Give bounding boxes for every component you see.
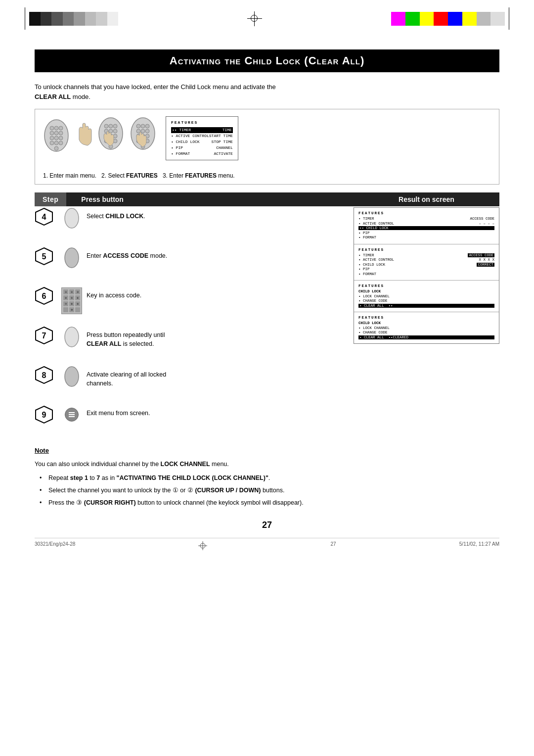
steps-right-col: FEATURES • TIMERACCESS CODE • ACTIVE CON… (354, 207, 499, 344)
steps-body: 4 Select CHILD LOCK. (35, 207, 499, 435)
step-8-desc: Activate clearing of all lockedchannels. (87, 366, 349, 388)
left-vert-line (25, 7, 25, 30)
step-5-button (57, 247, 87, 269)
svg-point-34 (145, 129, 149, 133)
result-7: FEATURES CHILD LOCK • LOCK CHANNEL • CHA… (354, 281, 499, 312)
svg-point-44 (65, 208, 79, 228)
center-crosshair (247, 11, 262, 26)
svg-point-9 (59, 136, 63, 140)
remote-3 (130, 116, 157, 153)
svg-point-17 (113, 124, 117, 128)
note-bullet-1: • Repeat step 1 to 7 as in "ACTIVATING T… (40, 473, 499, 483)
intro-text: To unlock channels that you have locked,… (35, 82, 499, 101)
svg-point-7 (50, 136, 54, 140)
hand-icon-1 (75, 122, 92, 149)
step-9-number: 9 (35, 405, 57, 426)
svg-point-5 (54, 131, 58, 135)
step-5-row: 5 Enter ACCESS CODE mode. (35, 247, 349, 277)
svg-point-13 (54, 146, 58, 150)
result-label: Result on screen (354, 192, 499, 206)
step-7-desc: Press button repeatedly untilCLEAR ALL i… (87, 326, 349, 348)
svg-point-20 (113, 129, 117, 133)
steps-intro-box: FEATURES •• TIMERTIME • ACTIVE CONTROLST… (35, 109, 499, 185)
svg-point-3 (59, 126, 63, 130)
svg-point-30 (141, 124, 145, 128)
remote-2 (97, 116, 125, 153)
note-bullet-3: • Press the ③ (CURSOR RIGHT) button to u… (40, 498, 499, 508)
step-6-number: 6 (35, 286, 57, 307)
svg-point-52 (65, 327, 79, 347)
menu-preview-item-1: •• TIMERTIME (171, 127, 233, 133)
step-label: Step (35, 192, 66, 206)
step-9-desc: Exit menu from screen. (87, 405, 349, 418)
step-9-row: 9 Exit menu (35, 405, 349, 430)
color-bar-right (391, 12, 505, 26)
page-title: Activating the Child Lock (Clear All) (35, 49, 499, 72)
step-6-desc: Key in access code. (87, 286, 349, 300)
svg-text:8: 8 (42, 371, 46, 379)
step-7-button (57, 326, 87, 348)
step-8-button (57, 366, 87, 388)
step-5-number: 5 (35, 247, 57, 268)
press-label: Press button (66, 192, 354, 206)
steps-left-col: 4 Select CHILD LOCK. (35, 207, 354, 435)
step-4-desc: Select CHILD LOCK. (87, 207, 349, 221)
footer: 30321/Eng/p24-28 27 5/11/02, 11:27 AM (35, 538, 499, 550)
svg-point-11 (54, 141, 58, 145)
footer-crosshair (198, 541, 207, 550)
svg-point-47 (65, 248, 79, 268)
menu-preview-initial: FEATURES •• TIMERTIME • ACTIVE CONTROLST… (166, 116, 238, 160)
result-4: FEATURES • TIMERACCESS CODE • ACTIVE CON… (354, 208, 499, 244)
note-bullet-list: • Repeat step 1 to 7 as in "ACTIVATING T… (35, 473, 499, 508)
svg-point-29 (136, 124, 140, 128)
menu-preview-item-2: • ACTIVE CONTROLSTART TIME (171, 133, 233, 139)
note-title: Note (35, 446, 499, 456)
remote-1 (43, 118, 70, 153)
footer-center: 27 (331, 541, 336, 550)
note-section: Note You can also unlock individual chan… (35, 446, 499, 508)
step-4-row: 4 Select CHILD LOCK. (35, 207, 349, 237)
note-text-1: You can also unlock individual channel b… (35, 459, 499, 469)
svg-text:7: 7 (42, 331, 46, 340)
footer-right: 5/11/02, 11:27 AM (459, 541, 499, 550)
svg-point-2 (54, 126, 58, 130)
step-7-number: 7 (35, 326, 57, 347)
svg-point-31 (145, 124, 149, 128)
svg-text:4: 4 (42, 213, 46, 221)
grayscale-bar (29, 12, 118, 26)
steps-intro-caption: 1. Enter main menu. 2. Select FEATURES 3… (43, 172, 491, 179)
svg-point-15 (104, 124, 108, 128)
page-number: 27 (35, 520, 499, 530)
svg-point-55 (65, 367, 79, 386)
svg-point-1 (50, 126, 54, 130)
step-8-number: 8 (35, 366, 57, 386)
svg-point-4 (50, 131, 54, 135)
svg-point-33 (141, 129, 145, 133)
menu-preview-item-5: • FORMATACTIVATE (171, 151, 233, 157)
step-4-button (57, 207, 87, 230)
svg-point-16 (109, 124, 113, 128)
result-8: FEATURES CHILD LOCK • LOCK CHANNEL • CHA… (354, 312, 499, 343)
menu-preview-item-4: • PIPCHANNEL (171, 145, 233, 151)
step-8-row: 8 Activate clearing of all lockedchannel… (35, 366, 349, 395)
step-header-row: Step Press button Result on screen (35, 192, 499, 206)
step-6-row: 6 ① ② ③ ④ ⑤ ⑥ ⑦ ⑧ (35, 286, 349, 316)
step-5-desc: Enter ACCESS CODE mode. (87, 247, 349, 261)
note-bullet-2: • Select the channel you want to unlock … (40, 485, 499, 495)
svg-point-6 (59, 131, 63, 135)
menu-preview-title: FEATURES (171, 120, 233, 126)
svg-point-8 (54, 136, 58, 140)
step-7-row: 7 Press button repeatedly untilCLEAR ALL… (35, 326, 349, 356)
footer-left: 30321/Eng/p24-28 (35, 541, 75, 550)
svg-point-12 (59, 141, 63, 145)
menu-preview-item-3: • CHILD LOCKSTOP TIME (171, 139, 233, 145)
right-vert-line (509, 7, 509, 30)
step-9-button (57, 405, 87, 422)
svg-text:6: 6 (42, 292, 46, 300)
svg-point-10 (50, 141, 54, 145)
step-4-number: 4 (35, 207, 57, 228)
step-6-button: ① ② ③ ④ ⑤ ⑥ ⑦ ⑧ ⑨ ⑩ (57, 286, 87, 314)
svg-text:5: 5 (42, 252, 46, 261)
result-5-6: FEATURES • TIMERACCESS CODE • ACTIVE CON… (354, 244, 499, 281)
svg-text:9: 9 (42, 411, 46, 419)
